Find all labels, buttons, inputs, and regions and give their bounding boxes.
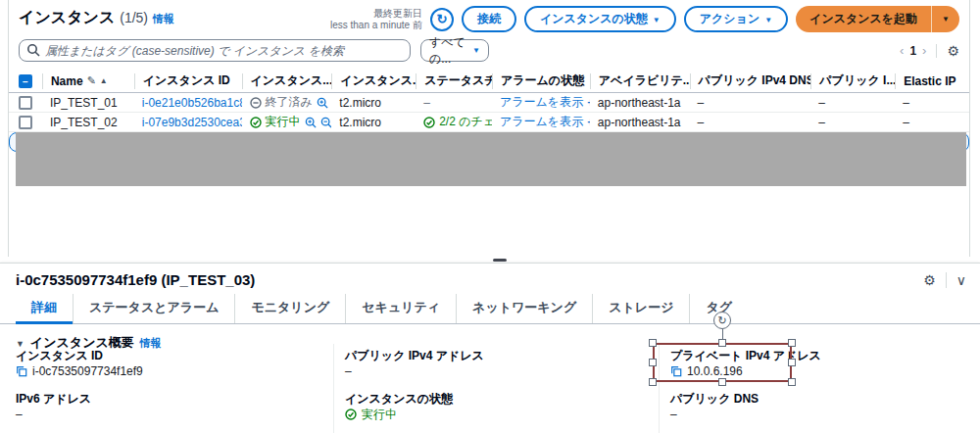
refresh-icon: ↻: [436, 12, 447, 26]
select-all-checkbox[interactable]: −: [19, 74, 32, 88]
search-input[interactable]: [19, 39, 411, 62]
tab-networking[interactable]: ネットワーキング: [456, 294, 592, 323]
view-alarms-link[interactable]: アラームを表示: [500, 114, 583, 130]
next-page-button[interactable]: ›: [922, 43, 926, 58]
resize-handle[interactable]: [788, 339, 796, 347]
elastic-ip: –: [903, 116, 909, 129]
instance-list-card: インスタンス (1/5) 情報 最終更新日 less than a minute…: [8, 0, 970, 257]
connect-button[interactable]: 接続: [462, 6, 516, 32]
chevron-down-icon: ∨: [956, 272, 966, 288]
redacted-area: [16, 132, 966, 186]
detail-panel-title: i-0c7535097734f1ef9 (IP_TEST_03): [16, 271, 255, 288]
instance-state: 実行中: [266, 114, 301, 130]
page-title: インスタンス: [19, 8, 115, 28]
instance-id-value: i-0c7535097734f1ef9: [32, 363, 143, 379]
tab-storage[interactable]: ストレージ: [592, 294, 689, 323]
edit-pencil-icon: ✎: [87, 74, 96, 87]
panel-preferences-button[interactable]: ⚙: [923, 272, 936, 288]
column-header-status-check[interactable]: ステータスチェック: [416, 73, 492, 89]
instance-detail-panel: i-0c7535097734f1ef9 (IP_TEST_03) ⚙ ∨ 詳細 …: [0, 263, 980, 433]
table-row[interactable]: IP_TEST_01 i-0e21e0b526ba1c826 終了済み t2.m…: [9, 93, 969, 113]
prev-page-button[interactable]: ‹: [900, 43, 904, 58]
availability-zone: ap-northeast-1a: [598, 116, 681, 129]
public-dns-value: –: [670, 407, 677, 422]
resize-handle[interactable]: [788, 359, 796, 366]
zoom-in-filter-icon[interactable]: [317, 97, 328, 109]
column-header-instance-id[interactable]: インスタンス ID: [134, 73, 242, 89]
status-check: –: [423, 96, 430, 110]
instance-state-dropdown-button[interactable]: インスタンスの状態▼: [524, 6, 676, 32]
zoom-out-filter-icon[interactable]: [320, 117, 332, 128]
search-icon: [26, 43, 40, 57]
launch-dropdown-button[interactable]: ▼: [932, 6, 959, 32]
public-ipv4-value: –: [345, 363, 352, 379]
instance-name: IP_TEST_02: [50, 116, 118, 129]
column-header-instance-state[interactable]: インスタンス...▽: [242, 73, 332, 89]
refresh-button[interactable]: ↻: [430, 8, 454, 31]
row-checkbox[interactable]: [19, 96, 32, 110]
public-ip: –: [818, 116, 825, 129]
launch-split-button: インスタンスを起動 ▼: [796, 6, 959, 32]
instance-state-value: 実行中: [362, 407, 397, 422]
terminated-icon: [250, 97, 262, 109]
row-checkbox[interactable]: [19, 116, 32, 129]
rotate-icon: ↻: [717, 314, 726, 326]
column-header-alarm-state[interactable]: アラームの状態: [492, 73, 590, 89]
state-filter-select[interactable]: すべての... ▼: [420, 39, 489, 62]
divider: [946, 272, 947, 288]
copy-icon[interactable]: [16, 365, 27, 377]
launch-instance-button[interactable]: インスタンスを起動: [796, 6, 932, 32]
sort-ascending-icon: ▲: [100, 76, 108, 85]
ipv6-value: –: [16, 407, 23, 422]
table-preferences-button[interactable]: ⚙: [947, 43, 959, 59]
column-header-public-dns[interactable]: パブリック IPv4 DNS▽: [690, 73, 811, 89]
gear-icon: ⚙: [923, 272, 936, 288]
public-dns-label: パブリック DNS: [670, 391, 955, 407]
tab-status-alarms[interactable]: ステータスとアラーム: [73, 294, 234, 323]
resize-handle[interactable]: [788, 378, 796, 386]
resize-handle[interactable]: [718, 378, 726, 386]
table-header-row: − Name✎▲ インスタンス ID インスタンス...▽ インスタンス...▽…: [9, 70, 969, 93]
panel-resize-handle[interactable]: [493, 259, 507, 262]
public-ip: –: [818, 96, 825, 110]
page-number: 1: [909, 44, 916, 58]
running-icon: [250, 117, 262, 128]
tab-monitoring[interactable]: モニタリング: [234, 294, 345, 323]
caret-down-icon: ▼: [942, 15, 950, 24]
last-updated: 最終更新日 less than a minute 前: [330, 8, 422, 31]
instance-state-label: インスタンスの状態: [345, 391, 639, 407]
selection-box[interactable]: ↻: [653, 343, 792, 382]
last-updated-value: less than a minute 前: [330, 20, 422, 31]
column-header-instance-type[interactable]: インスタンス...▽: [331, 73, 416, 89]
public-ipv4-label: パブリック IPv4 アドレス: [345, 348, 639, 363]
rotate-handle[interactable]: ↻: [713, 312, 731, 329]
instance-state: 終了済み: [266, 94, 313, 111]
resize-handle[interactable]: [649, 339, 657, 347]
column-header-public-ip[interactable]: パブリック I...▽: [810, 73, 895, 89]
tab-security[interactable]: セキュリティ: [345, 294, 456, 323]
elastic-ip: –: [903, 96, 909, 110]
table-row[interactable]: IP_TEST_02 i-07e9b3d2530cea34b 実行中 t2.mi…: [9, 113, 969, 132]
view-alarms-link[interactable]: アラームを表示: [500, 94, 583, 111]
info-link[interactable]: 情報: [153, 12, 174, 26]
caret-down-icon: ▼: [472, 46, 480, 55]
resize-handle[interactable]: [649, 359, 657, 366]
resize-handle[interactable]: [718, 339, 726, 347]
tab-details[interactable]: 詳細: [16, 294, 73, 323]
instance-id-link[interactable]: i-07e9b3d2530cea34b: [142, 116, 242, 129]
divider: [936, 44, 937, 58]
ipv6-label: IPv6 アドレス: [16, 391, 319, 407]
column-header-availability-zone[interactable]: アベイラビリテ...▽: [590, 73, 690, 89]
column-header-elastic-ip[interactable]: Elastic IP: [895, 73, 969, 89]
instance-id-link[interactable]: i-0e21e0b526ba1c826: [142, 96, 242, 110]
column-divider: [333, 344, 334, 433]
panel-collapse-button[interactable]: ∨: [956, 272, 966, 288]
resize-handle[interactable]: [649, 378, 657, 386]
column-header-name[interactable]: Name✎▲: [42, 73, 134, 89]
zoom-in-filter-icon[interactable]: [305, 117, 317, 128]
detail-tabs: 詳細 ステータスとアラーム モニタリング セキュリティ ネットワーキング ストレ…: [0, 294, 980, 324]
actions-dropdown-button[interactable]: アクション▼: [684, 6, 788, 32]
list-header: インスタンス (1/5) 情報 最終更新日 less than a minute…: [9, 0, 969, 32]
public-dns: –: [698, 116, 705, 129]
check-passed-icon: [423, 117, 435, 128]
